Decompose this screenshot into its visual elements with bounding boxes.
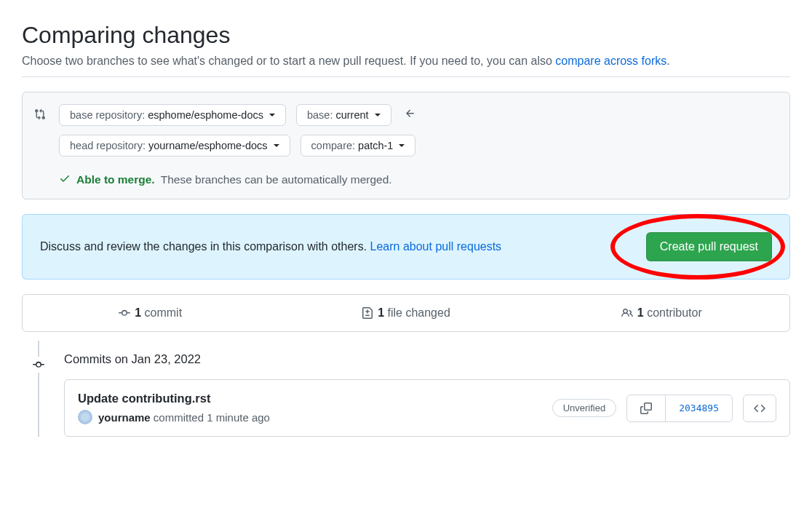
commit-icon	[119, 307, 130, 319]
files-changed-tab[interactable]: 1 file changed	[278, 295, 533, 331]
contributors-count: 1	[637, 306, 644, 319]
check-icon	[59, 173, 71, 187]
range-editor: base repository: esphome/esphome-docs ba…	[22, 92, 790, 199]
caret-down-icon	[274, 144, 279, 147]
commits-date-heading: Commits on Jan 23, 2022	[64, 352, 790, 366]
git-compare-icon	[34, 108, 46, 122]
base-label: base:	[307, 109, 333, 121]
subtitle-text: Choose two branches to see what's change…	[22, 55, 555, 67]
commits-count: 1	[135, 306, 141, 319]
base-repo-label: base repository:	[70, 109, 145, 121]
commits-count-tab[interactable]: 1 commit	[23, 295, 278, 331]
avatar-icon[interactable]	[78, 410, 92, 424]
base-repository-dropdown[interactable]: base repository: esphome/esphome-docs	[59, 104, 286, 126]
commit-author-link[interactable]: yourname	[98, 411, 151, 424]
commits-label: commit	[141, 306, 182, 319]
commit-time: committed 1 minute ago	[151, 411, 270, 424]
timeline-line	[38, 341, 39, 437]
browse-code-button[interactable]	[743, 395, 776, 422]
merge-status: Able to merge. These branches can be aut…	[59, 173, 778, 187]
head-repo-value: yourname/esphome-docs	[148, 140, 268, 151]
pr-banner-text: Discuss and review the changes in this c…	[40, 240, 501, 253]
commit-sha-link[interactable]: 2034895	[665, 395, 732, 421]
base-value: current	[335, 109, 368, 121]
caret-down-icon	[399, 144, 405, 147]
head-repo-label: head repository:	[70, 140, 146, 151]
verification-badge[interactable]: Unverified	[552, 399, 617, 417]
commit-marker-icon	[31, 357, 47, 373]
commit-title-link[interactable]: Update contributing.rst	[78, 392, 270, 405]
compare-label: compare:	[311, 140, 355, 151]
contributors-tab[interactable]: 1 contributor	[534, 295, 789, 331]
arrow-left-icon	[402, 108, 419, 123]
head-repository-dropdown[interactable]: head repository: yourname/esphome-docs	[59, 135, 290, 156]
comparison-stats: 1 commit 1 file changed 1 contributor	[22, 294, 790, 332]
files-label: file changed	[384, 306, 450, 319]
compare-branch-dropdown[interactable]: compare: patch-1	[300, 135, 416, 156]
pull-request-banner: Discuss and review the changes in this c…	[22, 214, 790, 280]
caret-down-icon	[375, 114, 381, 116]
subtitle-suffix: .	[666, 55, 669, 67]
compare-across-forks-link[interactable]: compare across forks	[555, 55, 666, 67]
pr-banner-prefix: Discuss and review the changes in this c…	[40, 240, 370, 253]
caret-down-icon	[269, 114, 275, 116]
commits-timeline: Commits on Jan 23, 2022 Update contribut…	[22, 352, 790, 437]
files-count: 1	[378, 306, 384, 319]
page-title: Comparing changes	[22, 22, 790, 49]
create-pull-request-button[interactable]: Create pull request	[646, 232, 772, 261]
compare-value: patch-1	[358, 140, 393, 151]
divider	[22, 76, 790, 77]
commit-sha-group: 2034895	[626, 395, 733, 422]
base-branch-dropdown[interactable]: base: current	[296, 104, 391, 126]
page-subtitle: Choose two branches to see what's change…	[22, 55, 790, 68]
copy-sha-button[interactable]	[627, 395, 665, 421]
commit-list-item: Update contributing.rst yourname committ…	[64, 379, 790, 437]
people-icon	[621, 307, 633, 319]
merge-status-description: These branches can be automatically merg…	[161, 173, 392, 186]
merge-status-text: Able to merge.	[76, 173, 155, 186]
base-repo-value: esphome/esphome-docs	[148, 109, 263, 121]
commit-meta: yourname committed 1 minute ago	[78, 410, 270, 424]
contributors-label: contributor	[644, 306, 702, 319]
file-diff-icon	[362, 307, 373, 319]
learn-about-prs-link[interactable]: Learn about pull requests	[370, 240, 502, 253]
